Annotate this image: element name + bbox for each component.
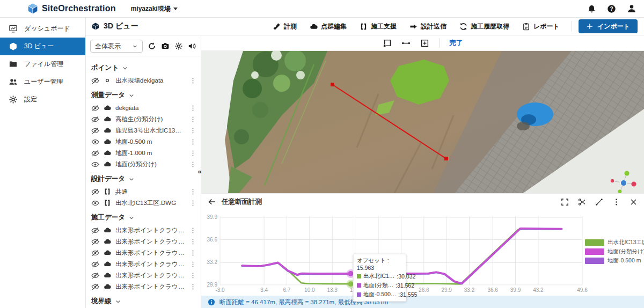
- visibility-on-icon[interactable]: [91, 199, 99, 207]
- tooltip-row: 地面-0.500… :31.555: [357, 291, 402, 298]
- visibility-off-icon[interactable]: [91, 238, 99, 246]
- y-tick-label: 36.6: [207, 237, 218, 243]
- layer-section-header[interactable]: 境界線: [91, 297, 197, 306]
- action-cloud[interactable]: 点群編集: [304, 20, 352, 33]
- tooltip-swatch: [357, 292, 361, 297]
- layer-menu-button[interactable]: [189, 150, 197, 157]
- layer-menu-button[interactable]: [189, 188, 197, 195]
- legend-swatch: [585, 248, 604, 255]
- design-file-icon: [104, 199, 111, 207]
- cloud-icon: [104, 160, 111, 168]
- layer-section-header[interactable]: 測量データ: [91, 91, 197, 100]
- distance-icon[interactable]: [401, 39, 411, 48]
- action-book[interactable]: 施工支援: [354, 20, 402, 33]
- layer-menu-button[interactable]: [189, 227, 197, 234]
- layer-section-header[interactable]: 施工データ: [91, 213, 197, 222]
- layer-menu-button[interactable]: [189, 200, 197, 207]
- import-button[interactable]: インポート: [579, 19, 638, 33]
- data-point-marker[interactable]: [348, 281, 353, 287]
- action-label: 施工支援: [371, 22, 397, 31]
- svg-text:?: ?: [610, 5, 613, 11]
- layer-menu-button[interactable]: [189, 283, 197, 290]
- layer-menu-button[interactable]: [189, 116, 197, 123]
- import-button-label: インポート: [597, 22, 630, 31]
- sidebar-item-label: 3D ビュー: [24, 42, 54, 51]
- kebab-menu-icon[interactable]: [612, 198, 620, 206]
- fullscreen-icon[interactable]: [561, 198, 569, 206]
- action-label: 点群編集: [321, 22, 347, 31]
- sidebar-item-users[interactable]: ユーザー管理: [0, 73, 85, 91]
- visibility-off-icon[interactable]: [91, 188, 99, 196]
- layer-section-header[interactable]: 設計データ: [91, 174, 197, 184]
- draw-line-icon[interactable]: [595, 198, 603, 206]
- layer-name: dekgiata: [115, 105, 185, 111]
- action-ruler[interactable]: 計測: [267, 20, 302, 33]
- refresh-icon[interactable]: [148, 42, 156, 50]
- sidebar-item-gear[interactable]: 設定: [0, 91, 85, 108]
- camera-icon[interactable]: [161, 42, 170, 50]
- audio-icon[interactable]: [188, 42, 196, 50]
- visibility-off-icon[interactable]: [91, 226, 99, 234]
- visibility-off-icon[interactable]: [91, 127, 99, 135]
- point-cloud-scene[interactable]: [201, 51, 644, 193]
- action-clipboard[interactable]: レポート: [517, 20, 565, 33]
- layer-section-header[interactable]: ポイント: [91, 63, 197, 72]
- visibility-off-icon[interactable]: [91, 149, 99, 157]
- visibility-off-icon[interactable]: [91, 249, 99, 257]
- legend-item: 出水北IC13工区.DWG: [585, 239, 644, 246]
- visibility-off-icon[interactable]: [91, 272, 99, 280]
- visibility-off-icon[interactable]: [91, 77, 99, 85]
- sidebar-item-dashboard[interactable]: ダッシュボード: [0, 20, 85, 38]
- visibility-off-icon[interactable]: [91, 115, 99, 123]
- dashboard-icon: [9, 24, 18, 33]
- layer-name: 鹿児島3号出水北IC13工区改…: [115, 127, 185, 135]
- add-box-icon[interactable]: [420, 39, 429, 48]
- hamburger-menu-icon[interactable]: [8, 3, 19, 14]
- visibility-off-icon[interactable]: [91, 104, 99, 112]
- viewport-3d[interactable]: 完了: [201, 35, 644, 193]
- polygon-select-icon[interactable]: [383, 39, 392, 48]
- layer-name: 出来形ポイントクラウド-202…: [115, 260, 185, 268]
- layer-menu-button[interactable]: [189, 272, 197, 279]
- action-label: 施工履歴取得: [471, 22, 509, 31]
- bell-icon[interactable]: [587, 4, 596, 13]
- cross-section-status-bar: 断面距離 = 46.417m, 最高標高 = 38.271m, 最低標高 30.…: [201, 296, 644, 308]
- sidebar-item-folder[interactable]: ファイル管理: [0, 55, 85, 73]
- chevron-down-icon: [122, 65, 128, 71]
- data-point-marker[interactable]: [348, 271, 353, 276]
- help-icon[interactable]: ?: [607, 4, 616, 13]
- sidebar-item-cube[interactable]: 3D ビュー: [0, 38, 85, 55]
- visibility-off-icon[interactable]: [91, 283, 99, 291]
- site-selector[interactable]: miyazaki現場: [131, 4, 178, 13]
- chevron-down-icon: [128, 215, 135, 221]
- close-icon[interactable]: [630, 198, 638, 206]
- collapse-layer-panel-button[interactable]: «: [195, 166, 204, 176]
- gear-icon[interactable]: [174, 42, 183, 50]
- view-mode-select[interactable]: 全体表示: [90, 40, 143, 53]
- scissors-icon[interactable]: [578, 198, 586, 206]
- layer-menu-button[interactable]: [189, 261, 197, 268]
- layer-menu-button[interactable]: [189, 105, 197, 112]
- cross-section-chart[interactable]: -3.03.46.710.013.316.620.023.326.629.933…: [201, 210, 644, 296]
- action-sync[interactable]: 施工履歴取得: [454, 20, 515, 33]
- layer-menu-button[interactable]: [189, 127, 197, 134]
- action-label: 設計送信: [421, 22, 447, 31]
- visibility-off-icon[interactable]: [91, 260, 99, 268]
- done-button[interactable]: 完了: [449, 39, 463, 48]
- visibility-on-icon[interactable]: [91, 138, 99, 146]
- cloud-icon: [104, 249, 111, 256]
- action-label: 計測: [284, 22, 297, 31]
- plus-icon: [586, 23, 594, 30]
- x-tick-label: -3.0: [215, 287, 225, 293]
- layer-menu-button[interactable]: [189, 138, 197, 145]
- back-icon[interactable]: [208, 197, 216, 206]
- visibility-on-icon[interactable]: [91, 160, 99, 168]
- layer-menu-button[interactable]: [189, 250, 197, 256]
- measure-toolbar: 完了: [201, 35, 644, 51]
- layer-menu-button[interactable]: [189, 77, 197, 84]
- layer-menu-button[interactable]: [189, 238, 197, 245]
- user-avatar-icon[interactable]: [627, 4, 636, 13]
- layer-name: 共通: [115, 188, 185, 196]
- layer-row: dekgiata: [91, 102, 197, 113]
- action-arrow-right[interactable]: 設計送信: [404, 20, 452, 33]
